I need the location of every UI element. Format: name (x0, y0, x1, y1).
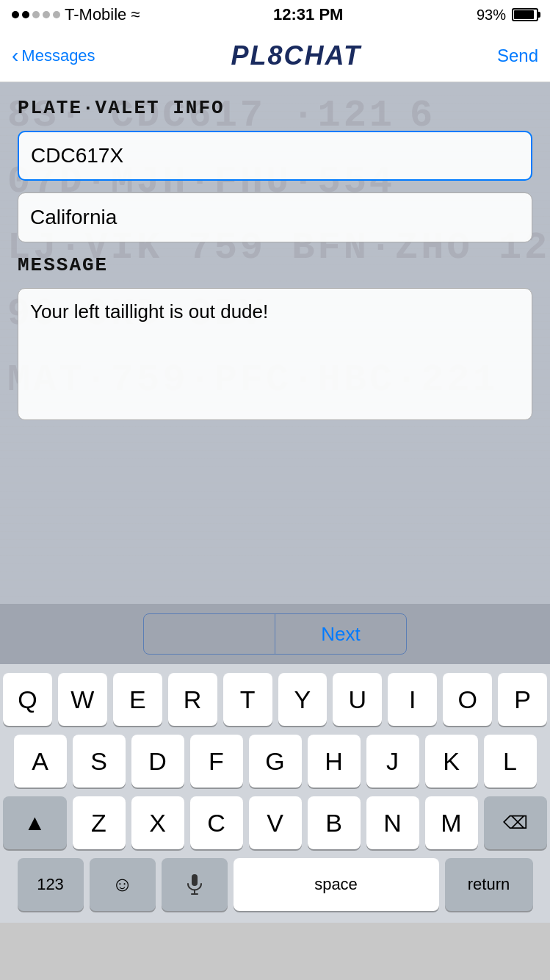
key-f[interactable]: F (190, 735, 243, 788)
key-d[interactable]: D (131, 735, 184, 788)
keyboard-toolbar: Next (0, 604, 550, 664)
key-w[interactable]: W (58, 673, 107, 726)
dot-3 (32, 11, 40, 18)
key-t[interactable]: T (223, 673, 272, 726)
nav-bar: ‹ Messages PL8CHAT Send (0, 29, 550, 82)
key-y[interactable]: Y (278, 673, 328, 726)
plate-info-header: PLATE·VALET INFO (18, 97, 532, 119)
dot-4 (43, 11, 50, 18)
key-q[interactable]: Q (3, 673, 52, 726)
dot-1 (12, 11, 19, 18)
battery-fill (514, 10, 534, 19)
key-g[interactable]: G (249, 735, 302, 788)
key-a[interactable]: A (14, 735, 67, 788)
key-b[interactable]: B (308, 796, 361, 849)
toolbar-left-button[interactable] (143, 613, 275, 655)
key-z[interactable]: Z (73, 796, 126, 849)
main-content: 8S· CDC617 ·121 6 07D·MJH·FHU·554 LJ·VIK… (0, 82, 550, 604)
return-key[interactable]: return (445, 858, 533, 911)
key-p[interactable]: P (498, 673, 547, 726)
svg-rect-0 (192, 874, 198, 886)
status-bar: T-Mobile ≈ 12:31 PM 93% (0, 0, 550, 29)
space-key[interactable]: space (234, 858, 439, 911)
plate-input[interactable] (18, 131, 532, 181)
delete-key[interactable]: ⌫ (484, 796, 548, 849)
status-right: 93% (477, 7, 538, 24)
key-row-1: Q W E R T Y U I O P (3, 673, 547, 726)
key-o[interactable]: O (443, 673, 492, 726)
key-v[interactable]: V (249, 796, 302, 849)
key-n[interactable]: N (366, 796, 419, 849)
key-m[interactable]: M (425, 796, 478, 849)
key-s[interactable]: S (73, 735, 126, 788)
dot-5 (53, 11, 60, 18)
key-j[interactable]: J (366, 735, 419, 788)
back-label: Messages (21, 46, 95, 65)
next-button[interactable]: Next (275, 613, 407, 655)
carrier-label: T-Mobile (65, 5, 126, 24)
battery-percent: 93% (477, 7, 506, 24)
key-l[interactable]: L (484, 735, 537, 788)
status-left: T-Mobile ≈ (12, 5, 140, 24)
signal-dots (12, 11, 60, 18)
message-header: MESSAGE (18, 254, 532, 276)
state-input[interactable] (18, 192, 532, 242)
wifi-icon: ≈ (131, 5, 140, 24)
key-r[interactable]: R (168, 673, 217, 726)
numbers-key[interactable]: 123 (18, 858, 84, 911)
emoji-key[interactable]: ☺ (90, 858, 156, 911)
app-title: PL8CHAT (231, 40, 361, 71)
key-row-2: A S D F G H J K L (3, 735, 547, 788)
key-k[interactable]: K (425, 735, 478, 788)
key-c[interactable]: C (190, 796, 243, 849)
key-row-4: 123 ☺ space return (3, 858, 547, 911)
shift-key[interactable]: ▲ (3, 796, 67, 849)
key-i[interactable]: I (388, 673, 437, 726)
message-textarea[interactable]: Your left taillight is out dude! (18, 288, 532, 420)
key-h[interactable]: H (308, 735, 361, 788)
back-button[interactable]: ‹ Messages (12, 44, 95, 68)
dot-2 (22, 11, 29, 18)
back-chevron-icon: ‹ (12, 44, 18, 68)
content-overlay: PLATE·VALET INFO MESSAGE Your left taill… (0, 82, 550, 438)
key-u[interactable]: U (333, 673, 382, 726)
key-e[interactable]: E (113, 673, 162, 726)
mic-key[interactable] (162, 858, 228, 911)
status-time: 12:31 PM (273, 5, 343, 24)
key-row-3: ▲ Z X C V B N M ⌫ (3, 796, 547, 849)
battery-icon (512, 8, 538, 21)
send-button[interactable]: Send (497, 46, 538, 66)
key-x[interactable]: X (131, 796, 184, 849)
keyboard: Q W E R T Y U I O P A S D F G H J K L ▲ … (0, 664, 550, 923)
